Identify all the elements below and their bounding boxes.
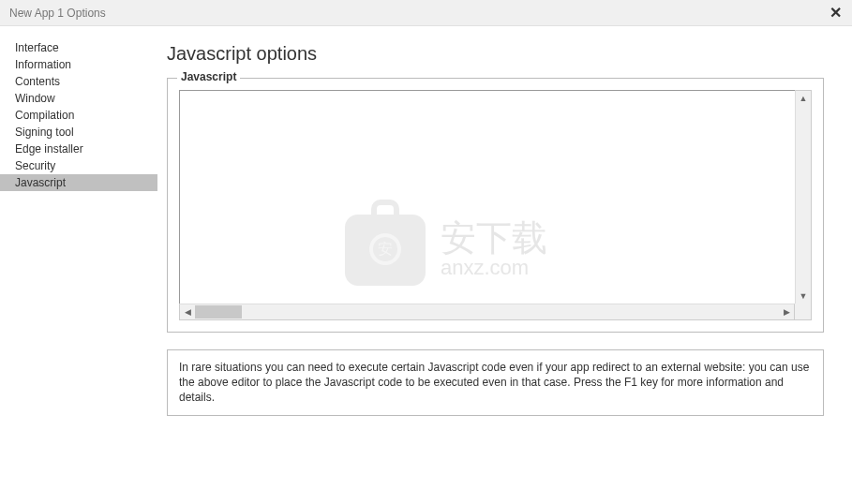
editor-container: ▲ ▼ ◀ ▶: [179, 90, 812, 320]
sidebar-item-compilation[interactable]: Compilation: [0, 107, 157, 124]
scroll-left-icon[interactable]: ◀: [180, 304, 195, 319]
sidebar: Interface Information Contents Window Co…: [0, 26, 157, 504]
scroll-right-icon[interactable]: ▶: [779, 304, 794, 319]
scroll-corner: [795, 304, 812, 320]
titlebar: New App 1 Options ✕: [0, 0, 852, 26]
page-title: Javascript options: [167, 43, 824, 65]
vertical-scrollbar[interactable]: ▲ ▼: [795, 90, 812, 304]
javascript-editor[interactable]: [179, 90, 795, 304]
window-title: New App 1 Options: [9, 7, 106, 20]
close-icon[interactable]: ✕: [826, 6, 845, 21]
sidebar-item-interface[interactable]: Interface: [0, 39, 157, 56]
scroll-up-icon[interactable]: ▲: [796, 91, 811, 106]
hscroll-thumb[interactable]: [195, 305, 242, 319]
help-text-box: In rare situations you can need to execu…: [167, 349, 824, 416]
main-panel: Javascript options Javascript ▲ ▼ ◀: [157, 26, 852, 504]
sidebar-item-information[interactable]: Information: [0, 56, 157, 73]
scroll-down-icon[interactable]: ▼: [796, 289, 811, 304]
help-text: In rare situations you can need to execu…: [179, 361, 809, 404]
fieldset-legend: Javascript: [177, 70, 240, 83]
sidebar-item-javascript[interactable]: Javascript: [0, 174, 157, 191]
horizontal-scrollbar[interactable]: ◀ ▶: [179, 304, 795, 320]
sidebar-item-edge-installer[interactable]: Edge installer: [0, 141, 157, 157]
content-area: Interface Information Contents Window Co…: [0, 26, 852, 504]
sidebar-item-window[interactable]: Window: [0, 90, 157, 107]
sidebar-item-security[interactable]: Security: [0, 157, 157, 174]
sidebar-item-signing-tool[interactable]: Signing tool: [0, 124, 157, 141]
hscroll-track[interactable]: [195, 304, 779, 319]
javascript-fieldset: Javascript ▲ ▼ ◀ ▶: [167, 78, 824, 333]
sidebar-item-contents[interactable]: Contents: [0, 73, 157, 90]
